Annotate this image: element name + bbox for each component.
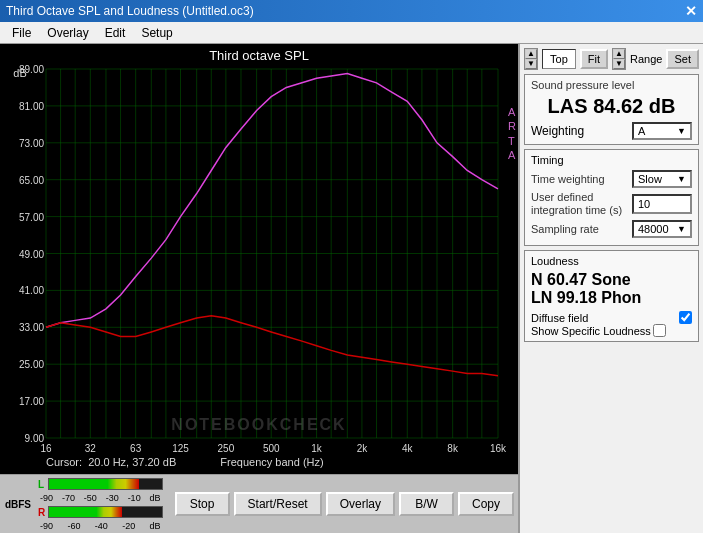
- dbfs-scale-r: -90 -60 -40 -20 dB: [38, 521, 163, 531]
- set-button[interactable]: Set: [666, 49, 699, 69]
- time-weighting-arrow: ▼: [677, 174, 686, 184]
- range-spin-up[interactable]: ▲: [613, 49, 625, 59]
- dbfs-l-row: L: [38, 477, 163, 491]
- top-spinbox[interactable]: ▲ ▼: [524, 48, 538, 70]
- diffuse-field-row: Diffuse field: [531, 311, 692, 324]
- loudness-value1: N 60.47 Sone: [531, 271, 692, 289]
- weighting-row: Weighting A ▼: [531, 122, 692, 140]
- close-button[interactable]: ✕: [685, 3, 697, 19]
- menu-bar: File Overlay Edit Setup: [0, 22, 703, 44]
- start-reset-button[interactable]: Start/Reset: [234, 492, 322, 516]
- bottom-full-bar: dBFS L -90 -70 -50 -30 -10 dB: [0, 474, 518, 533]
- top-range-controls: ▲ ▼ Top Fit ▲ ▼ Range Set: [524, 48, 699, 70]
- timing-section: Timing Time weighting Slow ▼ User define…: [524, 149, 699, 246]
- top-spin-up[interactable]: ▲: [525, 49, 537, 59]
- chart-area: Third octave SPL ARTA NOTEBOOKCHECK dBFS…: [0, 44, 518, 533]
- dbfs-l-bar: [48, 478, 163, 490]
- diffuse-field-label: Diffuse field: [531, 312, 588, 324]
- window-title: Third Octave SPL and Loudness (Untitled.…: [6, 4, 254, 18]
- time-weighting-label: Time weighting: [531, 173, 605, 185]
- dbfs-meters: L -90 -70 -50 -30 -10 dB R: [38, 477, 163, 531]
- show-specific-label: Show Specific Loudness: [531, 325, 651, 337]
- loudness-value2: LN 99.18 Phon: [531, 289, 692, 307]
- menu-setup[interactable]: Setup: [133, 24, 180, 42]
- top-value-box[interactable]: Top: [542, 49, 576, 69]
- weighting-dropdown-arrow: ▼: [677, 126, 686, 136]
- chart-overlay-labels: ARTA: [508, 105, 516, 162]
- time-weighting-dropdown[interactable]: Slow ▼: [632, 170, 692, 188]
- dbfs-scale-l: -90 -70 -50 -30 -10 dB: [38, 493, 163, 503]
- weighting-label: Weighting: [531, 124, 584, 138]
- range-spin-down[interactable]: ▼: [613, 59, 625, 69]
- bw-button[interactable]: B/W: [399, 492, 454, 516]
- spl-value: LAS 84.62 dB: [531, 95, 692, 118]
- chart-canvas: [0, 65, 518, 474]
- top-label: Top: [550, 53, 568, 65]
- sampling-rate-arrow: ▼: [677, 224, 686, 234]
- show-specific-row: Show Specific Loudness: [531, 324, 692, 337]
- range-label-box: Range: [630, 53, 662, 65]
- dbfs-r-bar: [48, 506, 163, 518]
- integration-input[interactable]: [632, 194, 692, 214]
- timing-title: Timing: [531, 154, 692, 166]
- stop-button[interactable]: Stop: [175, 492, 230, 516]
- fit-button[interactable]: Fit: [580, 49, 608, 69]
- menu-overlay[interactable]: Overlay: [39, 24, 96, 42]
- right-panel: ▲ ▼ Top Fit ▲ ▼ Range Set Soun: [518, 44, 703, 533]
- menu-edit[interactable]: Edit: [97, 24, 134, 42]
- l-label: L: [38, 479, 48, 490]
- overlay-button[interactable]: Overlay: [326, 492, 395, 516]
- weighting-dropdown[interactable]: A ▼: [632, 122, 692, 140]
- loudness-title: Loudness: [531, 255, 692, 267]
- main-content: Third octave SPL ARTA NOTEBOOKCHECK dBFS…: [0, 44, 703, 533]
- spl-section: Sound pressure level LAS 84.62 dB Weight…: [524, 74, 699, 145]
- copy-button[interactable]: Copy: [458, 492, 514, 516]
- sampling-rate-dropdown[interactable]: 48000 ▼: [632, 220, 692, 238]
- dbfs-r-row: R: [38, 505, 163, 519]
- range-spinbox[interactable]: ▲ ▼: [612, 48, 626, 70]
- dbfs-label: dBFS: [4, 499, 34, 510]
- range-spin: ▲ ▼: [612, 48, 626, 70]
- chart-title: Third octave SPL: [0, 44, 518, 65]
- top-spin: ▲ ▼: [524, 48, 538, 70]
- top-spin-down[interactable]: ▼: [525, 59, 537, 69]
- spl-section-title: Sound pressure level: [531, 79, 692, 91]
- title-bar: Third Octave SPL and Loudness (Untitled.…: [0, 0, 703, 22]
- menu-file[interactable]: File: [4, 24, 39, 42]
- integration-label: User definedintegration time (s): [531, 191, 622, 217]
- r-label: R: [38, 507, 48, 518]
- diffuse-field-checkbox[interactable]: [679, 311, 692, 324]
- chart-canvas-wrapper[interactable]: ARTA NOTEBOOKCHECK: [0, 65, 518, 474]
- loudness-section: Loudness N 60.47 Sone LN 99.18 Phon Diff…: [524, 250, 699, 342]
- sampling-rate-label: Sampling rate: [531, 223, 599, 235]
- sampling-rate-row: Sampling rate 48000 ▼: [531, 220, 692, 238]
- integration-row: User definedintegration time (s): [531, 191, 692, 217]
- show-specific-checkbox[interactable]: [653, 324, 666, 337]
- time-weighting-row: Time weighting Slow ▼: [531, 170, 692, 188]
